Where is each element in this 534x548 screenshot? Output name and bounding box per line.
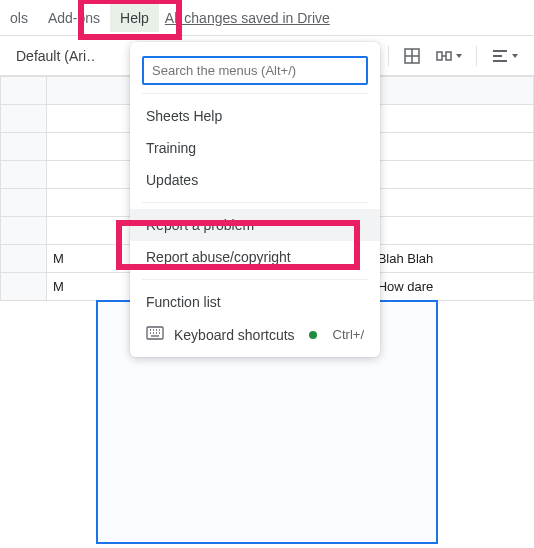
- menu-item-training[interactable]: Training: [130, 132, 380, 164]
- cell[interactable]: [371, 133, 533, 161]
- menu-item-report-problem[interactable]: Report a problem: [130, 209, 380, 241]
- borders-icon[interactable]: [403, 47, 421, 65]
- cell[interactable]: [371, 161, 533, 189]
- menu-addons[interactable]: Add-ons: [38, 4, 110, 32]
- toolbar-separator: [476, 46, 477, 66]
- menu-divider: [142, 279, 368, 280]
- row-header[interactable]: [1, 273, 47, 301]
- menu-tools[interactable]: ols: [0, 4, 38, 32]
- svg-rect-3: [437, 52, 442, 60]
- row-header[interactable]: [1, 189, 47, 217]
- menu-item-updates[interactable]: Updates: [130, 164, 380, 196]
- align-icon[interactable]: [491, 47, 518, 65]
- cell[interactable]: How dare: [371, 273, 533, 301]
- column-header[interactable]: [371, 77, 533, 105]
- menu-bar: ols Add-ons Help All changes saved in Dr…: [0, 0, 534, 36]
- menu-search-wrapper: [142, 56, 368, 85]
- menu-help[interactable]: Help: [110, 4, 159, 32]
- merge-cells-icon[interactable]: [435, 47, 462, 65]
- toolbar-separator: [388, 46, 389, 66]
- menu-divider: [142, 202, 368, 203]
- cell[interactable]: [371, 189, 533, 217]
- shortcut-label: Ctrl+/: [333, 327, 364, 342]
- chevron-down-icon: [456, 54, 462, 58]
- chevron-down-icon: [512, 54, 518, 58]
- help-menu-dropdown: Sheets Help Training Updates Report a pr…: [130, 42, 380, 357]
- svg-rect-8: [493, 60, 507, 62]
- keyboard-icon: [146, 326, 164, 343]
- menu-item-function-list[interactable]: Function list: [130, 286, 380, 318]
- font-selector[interactable]: Default (Ari…: [16, 44, 96, 68]
- menu-divider: [142, 93, 368, 94]
- row-header[interactable]: [1, 105, 47, 133]
- row-header[interactable]: [1, 133, 47, 161]
- svg-rect-7: [493, 55, 502, 57]
- menu-search-input[interactable]: [142, 56, 368, 85]
- cell[interactable]: [371, 217, 533, 245]
- svg-rect-6: [493, 50, 507, 52]
- svg-rect-9: [147, 327, 163, 339]
- select-all-cell[interactable]: [1, 77, 47, 105]
- menu-item-sheets-help[interactable]: Sheets Help: [130, 100, 380, 132]
- cell[interactable]: Blah Blah: [371, 245, 533, 273]
- menu-item-keyboard-shortcuts[interactable]: Keyboard shortcuts Ctrl+/: [130, 318, 380, 351]
- svg-rect-4: [446, 52, 451, 60]
- menu-item-report-abuse[interactable]: Report abuse/copyright: [130, 241, 380, 273]
- saved-status-link[interactable]: All changes saved in Drive: [165, 10, 330, 26]
- new-indicator-dot-icon: [309, 331, 317, 339]
- row-header[interactable]: [1, 161, 47, 189]
- cell[interactable]: [371, 105, 533, 133]
- row-header[interactable]: [1, 217, 47, 245]
- row-header[interactable]: [1, 245, 47, 273]
